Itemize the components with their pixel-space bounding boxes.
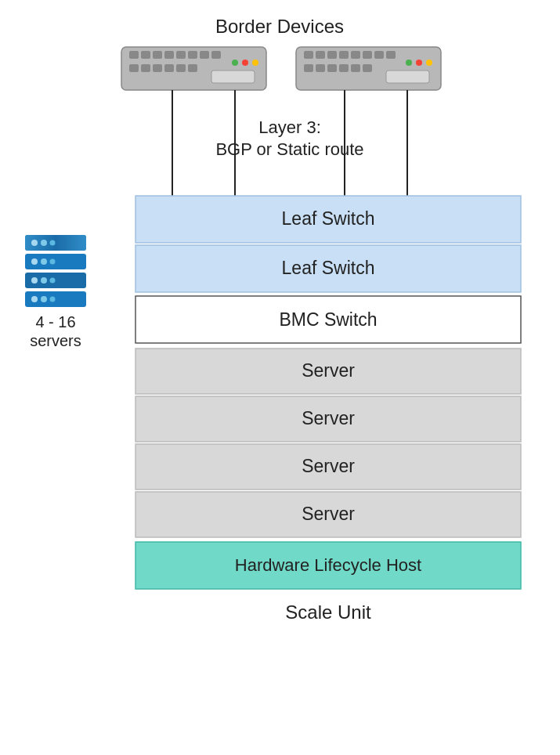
svg-rect-13 bbox=[141, 64, 150, 72]
svg-rect-2 bbox=[141, 51, 150, 59]
svg-text:servers: servers bbox=[30, 332, 81, 349]
svg-point-65 bbox=[50, 240, 56, 246]
svg-rect-12 bbox=[129, 64, 139, 72]
svg-rect-23 bbox=[339, 51, 349, 59]
svg-rect-7 bbox=[200, 51, 209, 59]
svg-point-68 bbox=[41, 258, 47, 265]
svg-rect-5 bbox=[176, 51, 186, 59]
svg-point-73 bbox=[50, 278, 56, 284]
svg-rect-36 bbox=[363, 64, 372, 72]
svg-rect-14 bbox=[153, 64, 162, 72]
svg-rect-34 bbox=[339, 64, 349, 72]
svg-text:4 - 16: 4 - 16 bbox=[35, 313, 75, 331]
svg-text:BGP or Static route: BGP or Static route bbox=[215, 139, 363, 159]
svg-rect-24 bbox=[351, 51, 360, 59]
svg-text:Hardware Lifecycle Host: Hardware Lifecycle Host bbox=[235, 555, 421, 575]
svg-text:Server: Server bbox=[302, 360, 355, 381]
svg-rect-22 bbox=[327, 51, 337, 59]
svg-rect-20 bbox=[304, 51, 313, 59]
svg-point-76 bbox=[41, 296, 47, 302]
svg-rect-33 bbox=[327, 64, 337, 72]
svg-rect-3 bbox=[153, 51, 162, 59]
svg-point-63 bbox=[31, 240, 38, 246]
svg-rect-18 bbox=[211, 70, 255, 83]
svg-point-9 bbox=[232, 60, 238, 66]
svg-point-75 bbox=[31, 296, 38, 302]
svg-point-30 bbox=[426, 60, 432, 66]
svg-point-64 bbox=[41, 240, 47, 246]
svg-point-71 bbox=[31, 277, 38, 284]
svg-rect-25 bbox=[363, 51, 372, 59]
border-devices-title: Border Devices bbox=[215, 16, 344, 37]
svg-rect-8 bbox=[211, 51, 221, 59]
svg-rect-31 bbox=[304, 64, 313, 72]
svg-rect-15 bbox=[164, 64, 174, 72]
svg-text:Server: Server bbox=[302, 504, 355, 524]
svg-rect-1 bbox=[129, 51, 139, 59]
svg-text:Layer 3:: Layer 3: bbox=[258, 117, 321, 137]
svg-point-67 bbox=[31, 258, 38, 265]
svg-point-77 bbox=[50, 297, 56, 302]
svg-rect-27 bbox=[386, 51, 396, 59]
svg-rect-37 bbox=[386, 70, 429, 83]
svg-rect-35 bbox=[351, 64, 360, 72]
svg-point-69 bbox=[50, 259, 56, 265]
svg-text:Scale Unit: Scale Unit bbox=[285, 601, 371, 623]
svg-rect-4 bbox=[164, 51, 174, 59]
svg-rect-26 bbox=[374, 51, 384, 59]
svg-text:Server: Server bbox=[302, 408, 355, 428]
svg-point-10 bbox=[242, 60, 248, 66]
svg-rect-17 bbox=[188, 64, 197, 72]
svg-point-28 bbox=[406, 60, 412, 66]
svg-rect-6 bbox=[188, 51, 197, 59]
svg-text:Leaf Switch: Leaf Switch bbox=[282, 208, 375, 229]
svg-point-29 bbox=[416, 60, 422, 66]
svg-text:Leaf Switch: Leaf Switch bbox=[282, 258, 375, 278]
svg-rect-21 bbox=[316, 51, 325, 59]
svg-rect-32 bbox=[316, 64, 325, 72]
svg-rect-16 bbox=[176, 64, 186, 72]
svg-text:BMC Switch: BMC Switch bbox=[279, 309, 377, 330]
svg-point-72 bbox=[41, 277, 47, 284]
diagram-svg: Border Devices bbox=[0, 0, 560, 755]
diagram: Border Devices bbox=[0, 0, 560, 755]
svg-point-11 bbox=[252, 60, 258, 66]
svg-text:Server: Server bbox=[302, 456, 355, 476]
